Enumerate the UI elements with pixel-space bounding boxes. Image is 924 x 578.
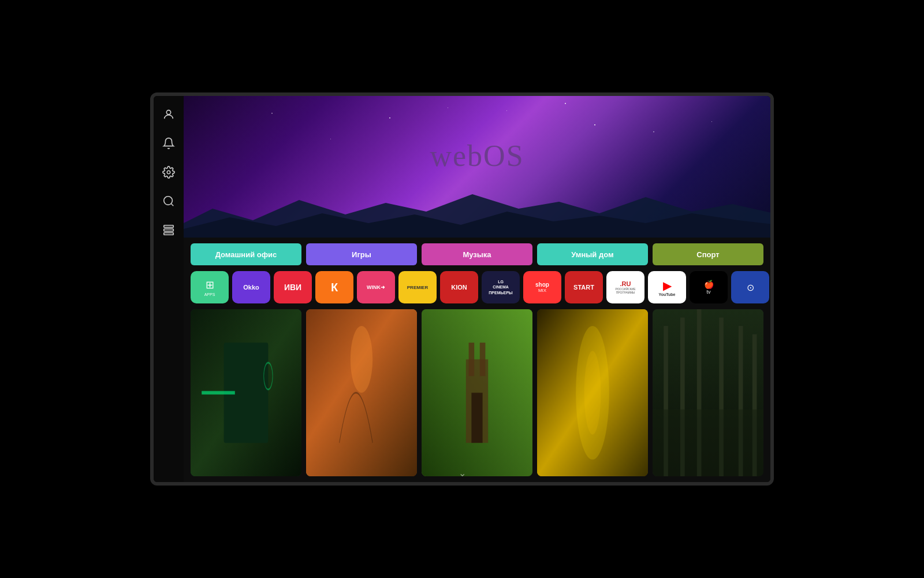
svg-rect-4: [164, 225, 174, 228]
svg-rect-5: [164, 229, 174, 231]
svg-rect-28: [653, 409, 763, 476]
mountain-silhouette: [184, 191, 770, 238]
category-home-office[interactable]: Домашний офис: [191, 243, 301, 265]
svg-point-20: [584, 351, 601, 435]
category-games[interactable]: Игры: [306, 243, 417, 265]
app-ru[interactable]: .RU РОССИЙСКИЕПРОГРАММЫ: [606, 271, 644, 303]
chevron-down[interactable]: ⌄: [459, 468, 466, 479]
svg-rect-16: [480, 343, 486, 376]
svg-point-2: [164, 197, 173, 205]
hero-banner: webOS: [184, 96, 770, 238]
guide-icon[interactable]: [161, 222, 177, 238]
settings-icon[interactable]: [161, 164, 177, 180]
svg-rect-15: [469, 343, 475, 376]
tv-frame: webOS Домашний офис Игры Музыка Умный до…: [150, 92, 774, 486]
profile-icon[interactable]: [161, 106, 177, 123]
svg-point-1: [167, 171, 170, 174]
notifications-icon[interactable]: [161, 135, 177, 151]
app-okko[interactable]: Okko: [232, 271, 270, 303]
thumbnail-desert[interactable]: [306, 309, 417, 476]
thumbnail-concert[interactable]: [537, 309, 648, 476]
hero-title: webOS: [430, 138, 524, 172]
category-row: Домашний офис Игры Музыка Умный дом Спор…: [191, 243, 763, 265]
sidebar: [154, 96, 184, 482]
app-start[interactable]: START: [565, 271, 603, 303]
category-music[interactable]: Музыка: [422, 243, 532, 265]
tv-screen: webOS Домашний офис Игры Музыка Умный до…: [154, 96, 770, 482]
thumbnail-forest[interactable]: [653, 309, 763, 476]
search-icon[interactable]: [161, 193, 177, 209]
hero-background: webOS: [184, 96, 770, 238]
app-kion[interactable]: KION: [440, 271, 478, 303]
app-appletv[interactable]: 🍎 tv: [690, 271, 728, 303]
app-wink[interactable]: WINK➜: [357, 271, 395, 303]
app-360[interactable]: ⊙: [731, 271, 769, 303]
category-sport[interactable]: Спорт: [653, 243, 763, 265]
app-lgcinema[interactable]: LGCINEMAПРЕМЬЕРЫ: [482, 271, 520, 303]
svg-rect-17: [471, 393, 482, 443]
bottom-content: Домашний офис Игры Музыка Умный дом Спор…: [184, 238, 770, 482]
app-shopmix[interactable]: shop MIX: [523, 271, 561, 303]
app-ivi[interactable]: ИВИ: [274, 271, 312, 303]
app-apps[interactable]: ⊞ APPS: [191, 271, 229, 303]
svg-rect-6: [164, 233, 174, 235]
app-youtube[interactable]: ▶ YouTube: [648, 271, 686, 303]
app-premier[interactable]: PREMIER: [398, 271, 437, 303]
svg-point-12: [351, 326, 372, 393]
svg-line-3: [171, 203, 173, 206]
app-kinopoisk[interactable]: К: [315, 271, 353, 303]
main-content: webOS Домашний офис Игры Музыка Умный до…: [184, 96, 770, 482]
thumbnails-row: [191, 309, 763, 476]
thumbnail-scifi[interactable]: [191, 309, 301, 476]
svg-point-0: [166, 110, 170, 114]
thumbnail-castle[interactable]: [422, 309, 532, 476]
category-smart-home[interactable]: Умный дом: [537, 243, 648, 265]
apps-row: ⊞ APPS Okko ИВИ К: [191, 271, 763, 303]
